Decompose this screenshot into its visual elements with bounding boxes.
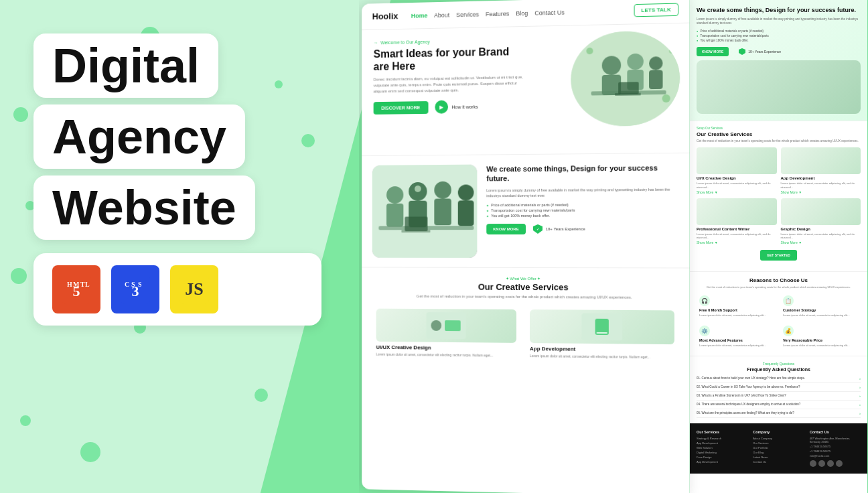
side-experience-badge: 10+ Years Experience xyxy=(738,48,781,56)
nav-about[interactable]: About xyxy=(434,11,449,18)
side-know-more-button[interactable]: KNOW MORE xyxy=(697,47,729,56)
faq-item-5[interactable]: 05. What are the principles users are fi… xyxy=(697,409,861,418)
svg-text:S: S xyxy=(138,281,142,288)
nav-home[interactable]: Home xyxy=(411,12,427,19)
nav-services[interactable]: Services xyxy=(456,11,479,18)
hero-text: Donec tincidunt lacinia diam, eu volutpa… xyxy=(374,74,532,95)
footer-link[interactable]: Our Blog xyxy=(753,451,804,454)
nav-contact[interactable]: Contact Us xyxy=(534,9,565,16)
side-show-more-graphic[interactable]: Show More ▼ xyxy=(781,240,861,244)
hero-image xyxy=(571,30,680,127)
svg-rect-19 xyxy=(649,70,662,89)
nav-blog[interactable]: Blog xyxy=(516,9,528,16)
faq-item-3[interactable]: 03. What is a Firstline Storeroom in UX?… xyxy=(697,392,861,401)
twitter-icon[interactable] xyxy=(818,460,825,467)
footer-link[interactable]: About Company xyxy=(753,437,804,440)
reason-features: ⚙️ Most Advanced Features Lorem ipsum do… xyxy=(697,323,777,350)
facebook-icon[interactable] xyxy=(810,460,816,467)
faq-arrow-1: › xyxy=(859,376,861,380)
svg-text:S: S xyxy=(131,281,135,288)
services-label: ✦ What We Offer ✦ xyxy=(372,275,678,281)
faq-q4: 04. There are several techniques UX desi… xyxy=(697,403,800,406)
decorative-dot xyxy=(20,415,31,426)
service-card-ux: UI/UX Creative Design Lorem ipsum dolor … xyxy=(372,305,520,362)
nav-features[interactable]: Features xyxy=(486,10,509,17)
services-subtitle: Get the most of reduction in your team's… xyxy=(372,294,678,299)
side-get-started-button[interactable]: GET STARTED xyxy=(760,250,797,261)
footer-link[interactable]: Digital Marketing xyxy=(697,451,747,454)
service-card-text-ux: Lorem ipsum dolor sit amet, consectetur … xyxy=(376,352,517,358)
svg-point-42 xyxy=(431,320,441,331)
side-badge-text: 10+ Years Experience xyxy=(748,50,781,54)
faq-item-2[interactable]: 02. What Could a Career in UX Take Your … xyxy=(697,383,861,392)
side-service-text-app: Lorem ipsum dolor sit amet, consectetur … xyxy=(781,182,861,188)
reason-support: 🎧 Free 6 Month Support Lorem ipsum dolor… xyxy=(697,293,777,320)
title-line2: Agency xyxy=(52,113,226,161)
main-website-mockup: Hoolix Home About Services Features Blog… xyxy=(362,0,689,493)
section-two-bullets: Price of additional materials or parts (… xyxy=(486,202,678,218)
side-service-title-app: App Development xyxy=(781,176,861,180)
support-icon: 🎧 xyxy=(699,295,710,306)
footer-phone2[interactable]: +1 784619-56675 xyxy=(810,449,861,453)
side-hero-text: Lorem ipsum is simply dummy of free avai… xyxy=(697,17,861,27)
faq-item-1[interactable]: 01. Curious about how to build your own … xyxy=(697,374,861,383)
footer-col-services: Our Services Strategy & Research App Dev… xyxy=(697,430,747,467)
title-line1: Digital xyxy=(52,42,200,90)
footer-link[interactable]: Web Solution xyxy=(697,446,747,449)
faq-title: Frequently Asked Questions xyxy=(697,367,861,372)
service-thumb-app xyxy=(530,309,674,344)
footer-link[interactable]: App Development xyxy=(697,441,747,445)
side-show-more-content[interactable]: Show More ▼ xyxy=(697,240,777,244)
reason-title-strategy: Customer Strategy xyxy=(783,308,858,312)
svg-text:JS: JS xyxy=(185,279,203,299)
side-service-title-ux: UI/X Creative Design xyxy=(697,176,777,180)
footer-link[interactable]: Strategy & Research xyxy=(697,437,747,440)
reasons-title: Reasons to Choose Us xyxy=(697,277,861,283)
price-icon: 💰 xyxy=(783,326,794,336)
faq-arrow-3: › xyxy=(859,394,861,398)
faq-arrow-4: › xyxy=(859,403,861,407)
side-service-text-graphic: Lorem ipsum dolor sit amet, consectetur … xyxy=(781,232,861,239)
know-more-button[interactable]: KNOW MORE xyxy=(486,224,525,234)
faq-q3: 03. What is a Firstline Storeroom in UX?… xyxy=(697,394,786,397)
experience-text: 10+ Years Experience xyxy=(546,227,585,231)
section-two: We create some things, Design for your s… xyxy=(362,153,689,268)
side-service-content: Professional Content Writer Lorem ipsum … xyxy=(697,198,777,244)
footer-col-title-contact: Contact Us xyxy=(810,430,861,434)
reasons-section: Reasons to Choose Us Get the most of red… xyxy=(690,271,867,355)
footer-email[interactable]: info@hoolix.com xyxy=(810,454,861,457)
discover-more-button[interactable]: DISCOVER MORE xyxy=(374,101,428,115)
footer-link[interactable]: Our Portfolio xyxy=(753,446,804,449)
how-it-works-button[interactable]: ▶ How it works xyxy=(435,100,478,114)
faq-section: Frequently Questions Frequently Asked Qu… xyxy=(690,356,867,423)
svg-rect-43 xyxy=(445,320,461,331)
html5-icon: 5 H T M L xyxy=(52,265,100,313)
side-service-thumb-app xyxy=(781,147,861,174)
footer-link[interactable]: Face Design xyxy=(697,455,747,459)
side-hero-image xyxy=(697,60,861,114)
footer-col-company: Company About Company Our Services Our P… xyxy=(753,430,804,467)
footer-phone1[interactable]: +1 784619-56675 xyxy=(810,445,861,448)
svg-point-31 xyxy=(434,182,451,199)
experience-badge: ✓ 10+ Years Experience xyxy=(532,224,585,234)
title-line3: Website xyxy=(52,184,236,232)
reason-strategy: 📋 Customer Strategy Lorem ipsum dolor si… xyxy=(780,293,861,320)
svg-rect-46 xyxy=(596,332,607,334)
instagram-icon[interactable] xyxy=(836,460,843,467)
footer-link[interactable]: Latest News xyxy=(753,455,804,459)
footer-link[interactable]: App Development xyxy=(697,460,747,464)
play-icon: ▶ xyxy=(435,100,448,114)
reason-title-support: Free 6 Month Support xyxy=(699,308,774,312)
svg-text:✓: ✓ xyxy=(536,228,539,231)
decorative-dot xyxy=(11,268,27,284)
faq-item-4[interactable]: 04. There are several techniques UX desi… xyxy=(697,401,861,409)
footer-link[interactable]: Contact Us xyxy=(753,460,804,464)
nav-cta-button[interactable]: LETS TALK xyxy=(634,3,678,17)
shield-icon: ✓ xyxy=(532,224,543,234)
footer-link[interactable]: Our Services xyxy=(753,441,804,445)
side-show-more-app[interactable]: Show More ▼ xyxy=(781,190,861,194)
side-show-more-ux[interactable]: Show More ▼ xyxy=(697,190,777,194)
linkedin-icon[interactable] xyxy=(827,460,834,467)
side-service-app: App Development Lorem ipsum dolor sit am… xyxy=(781,147,861,194)
side-service-title-graphic: Graphic Design xyxy=(781,227,861,231)
